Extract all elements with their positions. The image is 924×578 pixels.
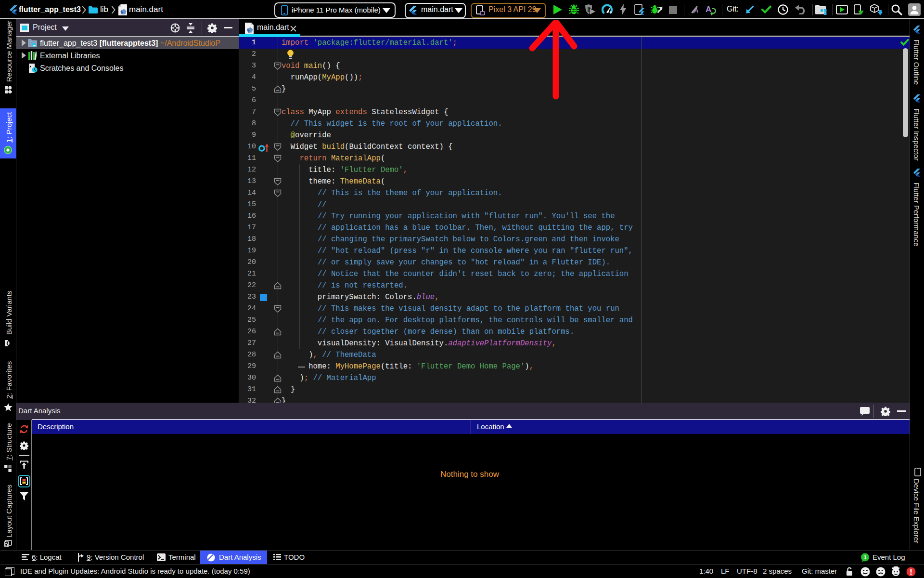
svg-text:A: A [706,5,711,14]
svg-text:1: 1 [863,554,866,560]
svg-text:A: A [694,7,699,14]
